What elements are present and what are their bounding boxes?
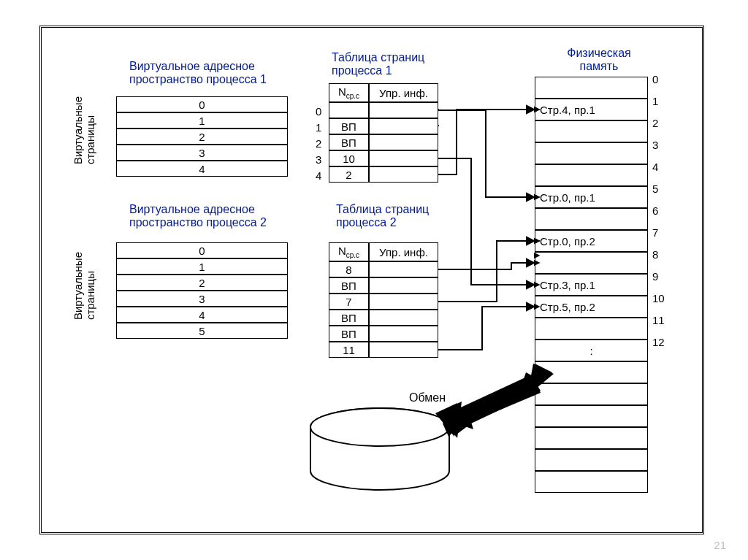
svg-line-13 bbox=[451, 381, 532, 420]
page-number: 21 bbox=[714, 539, 726, 551]
svg-marker-15 bbox=[437, 402, 462, 438]
swap-label: Обмен bbox=[409, 391, 446, 404]
connectors bbox=[0, 0, 748, 560]
diagram-stage: Виртуальное адресноепространство процесс… bbox=[0, 0, 748, 560]
